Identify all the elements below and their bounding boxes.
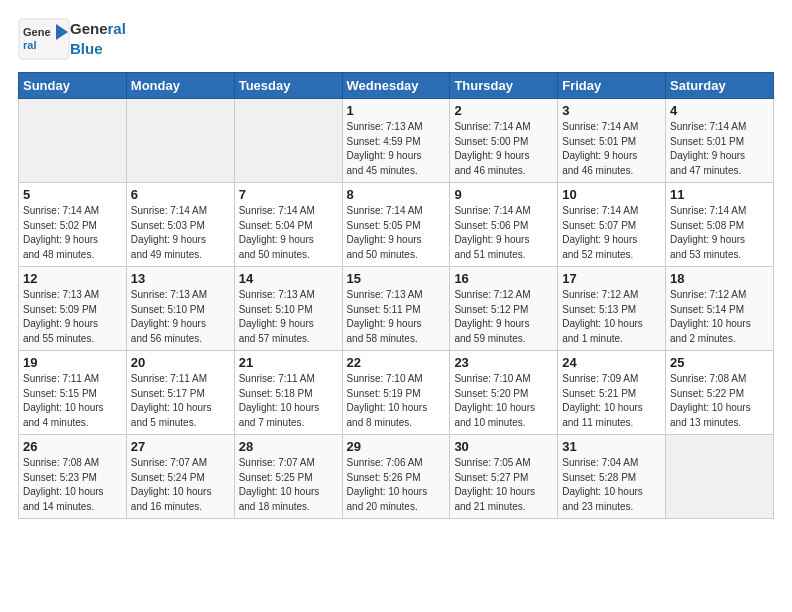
day-info: Sunrise: 7:10 AMSunset: 5:20 PMDaylight:…	[454, 372, 553, 430]
day-cell	[666, 435, 774, 519]
calendar-table: SundayMondayTuesdayWednesdayThursdayFrid…	[18, 72, 774, 519]
day-number: 19	[23, 355, 122, 370]
day-number: 10	[562, 187, 661, 202]
weekday-header-sunday: Sunday	[19, 73, 127, 99]
day-number: 25	[670, 355, 769, 370]
day-info: Sunrise: 7:11 AMSunset: 5:18 PMDaylight:…	[239, 372, 338, 430]
day-number: 28	[239, 439, 338, 454]
day-cell: 30Sunrise: 7:05 AMSunset: 5:27 PMDayligh…	[450, 435, 558, 519]
day-info: Sunrise: 7:12 AMSunset: 5:13 PMDaylight:…	[562, 288, 661, 346]
weekday-header-friday: Friday	[558, 73, 666, 99]
day-info: Sunrise: 7:13 AMSunset: 5:09 PMDaylight:…	[23, 288, 122, 346]
day-info: Sunrise: 7:14 AMSunset: 5:06 PMDaylight:…	[454, 204, 553, 262]
day-cell: 15Sunrise: 7:13 AMSunset: 5:11 PMDayligh…	[342, 267, 450, 351]
day-cell: 14Sunrise: 7:13 AMSunset: 5:10 PMDayligh…	[234, 267, 342, 351]
day-info: Sunrise: 7:14 AMSunset: 5:03 PMDaylight:…	[131, 204, 230, 262]
week-row-3: 12Sunrise: 7:13 AMSunset: 5:09 PMDayligh…	[19, 267, 774, 351]
day-info: Sunrise: 7:11 AMSunset: 5:17 PMDaylight:…	[131, 372, 230, 430]
day-info: Sunrise: 7:14 AMSunset: 5:04 PMDaylight:…	[239, 204, 338, 262]
day-info: Sunrise: 7:04 AMSunset: 5:28 PMDaylight:…	[562, 456, 661, 514]
weekday-header-wednesday: Wednesday	[342, 73, 450, 99]
day-info: Sunrise: 7:08 AMSunset: 5:22 PMDaylight:…	[670, 372, 769, 430]
day-number: 8	[347, 187, 446, 202]
day-cell: 6Sunrise: 7:14 AMSunset: 5:03 PMDaylight…	[126, 183, 234, 267]
weekday-header-monday: Monday	[126, 73, 234, 99]
day-info: Sunrise: 7:14 AMSunset: 5:02 PMDaylight:…	[23, 204, 122, 262]
day-info: Sunrise: 7:11 AMSunset: 5:15 PMDaylight:…	[23, 372, 122, 430]
day-cell: 5Sunrise: 7:14 AMSunset: 5:02 PMDaylight…	[19, 183, 127, 267]
day-cell: 29Sunrise: 7:06 AMSunset: 5:26 PMDayligh…	[342, 435, 450, 519]
day-number: 27	[131, 439, 230, 454]
weekday-header-saturday: Saturday	[666, 73, 774, 99]
day-cell: 8Sunrise: 7:14 AMSunset: 5:05 PMDaylight…	[342, 183, 450, 267]
svg-text:Gene: Gene	[23, 26, 51, 38]
day-number: 2	[454, 103, 553, 118]
day-number: 6	[131, 187, 230, 202]
day-number: 21	[239, 355, 338, 370]
day-cell: 11Sunrise: 7:14 AMSunset: 5:08 PMDayligh…	[666, 183, 774, 267]
day-cell: 7Sunrise: 7:14 AMSunset: 5:04 PMDaylight…	[234, 183, 342, 267]
weekday-header-tuesday: Tuesday	[234, 73, 342, 99]
day-number: 5	[23, 187, 122, 202]
day-info: Sunrise: 7:14 AMSunset: 5:01 PMDaylight:…	[562, 120, 661, 178]
day-number: 26	[23, 439, 122, 454]
day-cell: 24Sunrise: 7:09 AMSunset: 5:21 PMDayligh…	[558, 351, 666, 435]
day-info: Sunrise: 7:14 AMSunset: 5:08 PMDaylight:…	[670, 204, 769, 262]
logo-general: General	[70, 20, 126, 37]
week-row-1: 1Sunrise: 7:13 AMSunset: 4:59 PMDaylight…	[19, 99, 774, 183]
day-number: 3	[562, 103, 661, 118]
day-cell: 4Sunrise: 7:14 AMSunset: 5:01 PMDaylight…	[666, 99, 774, 183]
day-cell: 28Sunrise: 7:07 AMSunset: 5:25 PMDayligh…	[234, 435, 342, 519]
day-cell	[126, 99, 234, 183]
day-cell: 18Sunrise: 7:12 AMSunset: 5:14 PMDayligh…	[666, 267, 774, 351]
day-info: Sunrise: 7:05 AMSunset: 5:27 PMDaylight:…	[454, 456, 553, 514]
day-number: 7	[239, 187, 338, 202]
day-number: 18	[670, 271, 769, 286]
day-number: 29	[347, 439, 446, 454]
day-cell: 10Sunrise: 7:14 AMSunset: 5:07 PMDayligh…	[558, 183, 666, 267]
day-number: 16	[454, 271, 553, 286]
day-cell: 9Sunrise: 7:14 AMSunset: 5:06 PMDaylight…	[450, 183, 558, 267]
logo: Gene ral General Blue	[18, 18, 126, 60]
day-number: 17	[562, 271, 661, 286]
day-info: Sunrise: 7:13 AMSunset: 5:10 PMDaylight:…	[239, 288, 338, 346]
day-info: Sunrise: 7:14 AMSunset: 5:05 PMDaylight:…	[347, 204, 446, 262]
day-cell: 27Sunrise: 7:07 AMSunset: 5:24 PMDayligh…	[126, 435, 234, 519]
day-cell: 31Sunrise: 7:04 AMSunset: 5:28 PMDayligh…	[558, 435, 666, 519]
day-cell: 3Sunrise: 7:14 AMSunset: 5:01 PMDaylight…	[558, 99, 666, 183]
day-cell: 13Sunrise: 7:13 AMSunset: 5:10 PMDayligh…	[126, 267, 234, 351]
logo-text: General Blue	[70, 19, 126, 59]
page: Gene ral General Blue SundayMondayTuesda…	[0, 0, 792, 529]
day-info: Sunrise: 7:13 AMSunset: 5:11 PMDaylight:…	[347, 288, 446, 346]
day-number: 14	[239, 271, 338, 286]
week-row-5: 26Sunrise: 7:08 AMSunset: 5:23 PMDayligh…	[19, 435, 774, 519]
day-number: 20	[131, 355, 230, 370]
day-info: Sunrise: 7:14 AMSunset: 5:07 PMDaylight:…	[562, 204, 661, 262]
logo-svg: Gene ral	[18, 18, 70, 60]
day-info: Sunrise: 7:09 AMSunset: 5:21 PMDaylight:…	[562, 372, 661, 430]
day-number: 12	[23, 271, 122, 286]
day-number: 24	[562, 355, 661, 370]
day-cell: 21Sunrise: 7:11 AMSunset: 5:18 PMDayligh…	[234, 351, 342, 435]
day-cell: 22Sunrise: 7:10 AMSunset: 5:19 PMDayligh…	[342, 351, 450, 435]
weekday-header-row: SundayMondayTuesdayWednesdayThursdayFrid…	[19, 73, 774, 99]
day-info: Sunrise: 7:12 AMSunset: 5:12 PMDaylight:…	[454, 288, 553, 346]
week-row-4: 19Sunrise: 7:11 AMSunset: 5:15 PMDayligh…	[19, 351, 774, 435]
day-info: Sunrise: 7:13 AMSunset: 4:59 PMDaylight:…	[347, 120, 446, 178]
day-info: Sunrise: 7:07 AMSunset: 5:25 PMDaylight:…	[239, 456, 338, 514]
svg-text:ral: ral	[23, 39, 36, 51]
day-cell: 1Sunrise: 7:13 AMSunset: 4:59 PMDaylight…	[342, 99, 450, 183]
day-cell: 2Sunrise: 7:14 AMSunset: 5:00 PMDaylight…	[450, 99, 558, 183]
day-number: 11	[670, 187, 769, 202]
day-info: Sunrise: 7:13 AMSunset: 5:10 PMDaylight:…	[131, 288, 230, 346]
day-number: 9	[454, 187, 553, 202]
day-number: 22	[347, 355, 446, 370]
day-number: 23	[454, 355, 553, 370]
day-cell: 26Sunrise: 7:08 AMSunset: 5:23 PMDayligh…	[19, 435, 127, 519]
day-info: Sunrise: 7:14 AMSunset: 5:01 PMDaylight:…	[670, 120, 769, 178]
day-info: Sunrise: 7:14 AMSunset: 5:00 PMDaylight:…	[454, 120, 553, 178]
day-info: Sunrise: 7:07 AMSunset: 5:24 PMDaylight:…	[131, 456, 230, 514]
day-cell: 16Sunrise: 7:12 AMSunset: 5:12 PMDayligh…	[450, 267, 558, 351]
day-cell	[234, 99, 342, 183]
day-cell	[19, 99, 127, 183]
